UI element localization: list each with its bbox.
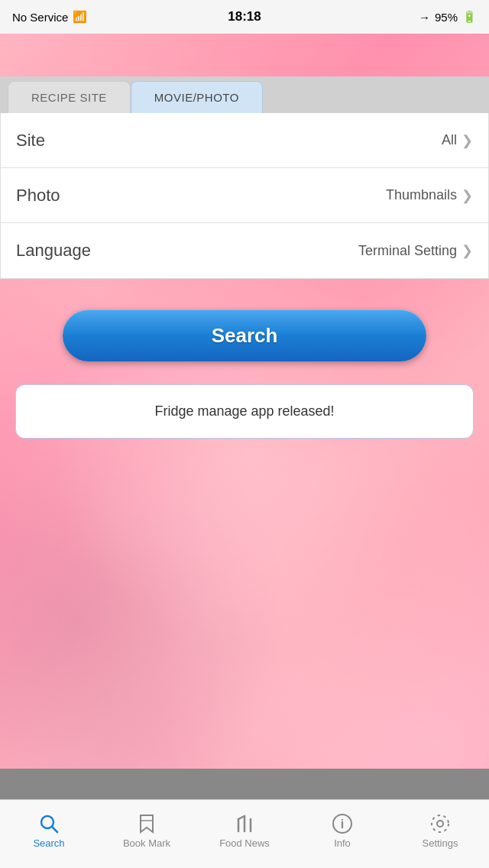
announcement-text: Fridge manage app released!	[154, 403, 334, 419]
language-chevron-icon: ❯	[461, 242, 473, 259]
gray-divider	[0, 769, 489, 799]
site-value: All	[442, 132, 457, 148]
site-chevron-icon: ❯	[461, 132, 473, 149]
bottom-tab-bookmark-label: Book Mark	[123, 837, 170, 849]
tab-movie-photo-label: MOVIE/PHOTO	[154, 91, 239, 104]
svg-point-9	[437, 821, 443, 827]
search-button-container: Search	[0, 279, 489, 384]
wifi-icon: 📶	[73, 10, 87, 24]
info-icon: i	[332, 813, 353, 834]
signal-text: No Service	[12, 11, 68, 24]
svg-line-1	[53, 828, 58, 833]
photo-label: Photo	[16, 186, 60, 206]
search-icon	[38, 813, 60, 834]
battery-icon: 🔋	[462, 10, 477, 24]
location-icon: →	[419, 11, 430, 24]
photo-value: Thumbnails	[386, 187, 457, 203]
settings-panel: Site All ❯ Photo Thumbnails ❯ Language T…	[0, 113, 489, 279]
language-value: Terminal Setting	[358, 243, 457, 259]
language-row[interactable]: Language Terminal Setting ❯	[1, 223, 488, 278]
bottom-tab-bar: Search Book Mark Food News i Info Settin…	[0, 799, 489, 868]
photo-chevron-icon: ❯	[461, 187, 473, 204]
tabs-container: RECIPE SITE MOVIE/PHOTO	[0, 76, 489, 113]
clock: 18:18	[228, 9, 261, 24]
foodnews-icon	[234, 813, 255, 834]
bottom-tab-bookmark[interactable]: Book Mark	[98, 800, 196, 868]
bottom-tab-info[interactable]: i Info	[293, 800, 391, 868]
battery-pct: 95%	[435, 11, 458, 24]
bottom-tab-search-label: Search	[33, 837, 64, 849]
photo-row[interactable]: Photo Thumbnails ❯	[1, 168, 488, 223]
svg-text:i: i	[341, 818, 344, 831]
svg-point-0	[41, 816, 53, 828]
site-row[interactable]: Site All ❯	[1, 113, 488, 168]
bottom-tab-foodnews[interactable]: Food News	[196, 800, 293, 868]
bottom-tab-settings[interactable]: Settings	[391, 800, 489, 868]
bottom-tab-settings-label: Settings	[423, 837, 458, 849]
svg-point-10	[432, 815, 449, 832]
search-button[interactable]: Search	[63, 309, 426, 361]
bottom-tab-search[interactable]: Search	[0, 800, 98, 868]
bottom-tab-foodnews-label: Food News	[219, 837, 270, 849]
settings-icon	[429, 813, 451, 834]
tab-recipe-site[interactable]: RECIPE SITE	[8, 81, 131, 113]
status-bar: No Service 📶 18:18 → 95% 🔋	[0, 0, 489, 34]
tab-movie-photo[interactable]: MOVIE/PHOTO	[131, 81, 263, 113]
bookmark-icon	[137, 813, 157, 834]
bottom-tab-info-label: Info	[334, 837, 351, 849]
tab-recipe-site-label: RECIPE SITE	[31, 91, 107, 104]
language-label: Language	[16, 241, 91, 261]
announcement-box[interactable]: Fridge manage app released!	[15, 384, 474, 439]
site-label: Site	[16, 131, 45, 151]
